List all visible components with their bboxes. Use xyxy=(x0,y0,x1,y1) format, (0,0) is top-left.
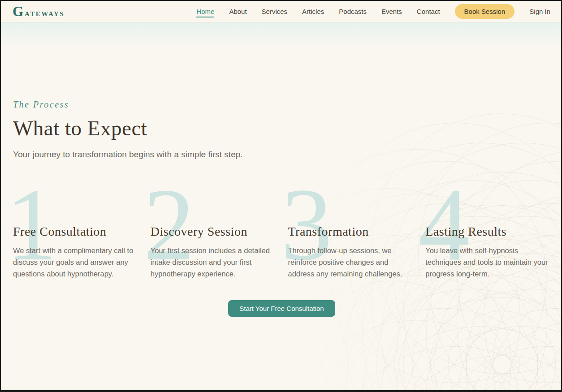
step-title: Free Consultation xyxy=(13,224,138,239)
process-step-1: 1 Free Consultation We start with a comp… xyxy=(13,193,138,280)
nav-item-articles[interactable]: Articles xyxy=(302,5,324,17)
section-eyebrow: The Process xyxy=(13,99,550,110)
process-steps: 1 Free Consultation We start with a comp… xyxy=(13,193,550,280)
hero-gradient-band xyxy=(1,22,561,47)
step-description: Through follow-up sessions, we reinforce… xyxy=(288,245,413,280)
step-description: Your first session includes a detailed i… xyxy=(151,245,276,280)
section-title: What to Expect xyxy=(13,116,550,140)
section-subtitle: Your journey to transformation begins wi… xyxy=(13,148,550,160)
nav-item-podcasts[interactable]: Podcasts xyxy=(339,5,367,17)
process-section: The Process What to Expect Your journey … xyxy=(1,47,561,317)
process-step-2: 2 Discovery Session Your first session i… xyxy=(151,193,276,280)
step-title: Transformation xyxy=(288,224,413,239)
step-title: Discovery Session xyxy=(151,224,276,239)
process-step-3: 3 Transformation Through follow-up sessi… xyxy=(288,193,413,280)
nav-item-about[interactable]: About xyxy=(229,5,246,17)
nav-item-contact[interactable]: Contact xyxy=(417,5,440,17)
sign-in-link[interactable]: Sign In xyxy=(529,8,550,15)
step-title: Lasting Results xyxy=(425,224,550,239)
main-nav: Home About Services Articles Podcasts Ev… xyxy=(196,4,550,19)
book-session-button[interactable]: Book Session xyxy=(455,4,515,19)
nav-item-events[interactable]: Events xyxy=(381,5,402,17)
start-consultation-button[interactable]: Start Your Free Consultation xyxy=(228,300,335,317)
nav-item-services[interactable]: Services xyxy=(262,5,288,17)
cta-row: Start Your Free Consultation xyxy=(13,300,550,317)
window-frame: Gateways Home About Services Articles Po… xyxy=(0,0,562,392)
step-description: You leave with self-hypnosis techniques … xyxy=(425,245,550,280)
process-step-4: 4 Lasting Results You leave with self-hy… xyxy=(425,193,550,280)
nav-item-home[interactable]: Home xyxy=(196,5,214,17)
site-header: Gateways Home About Services Articles Po… xyxy=(1,1,561,22)
step-description: We start with a complimentary call to di… xyxy=(13,245,138,280)
brand-logo[interactable]: Gateways xyxy=(13,4,65,19)
